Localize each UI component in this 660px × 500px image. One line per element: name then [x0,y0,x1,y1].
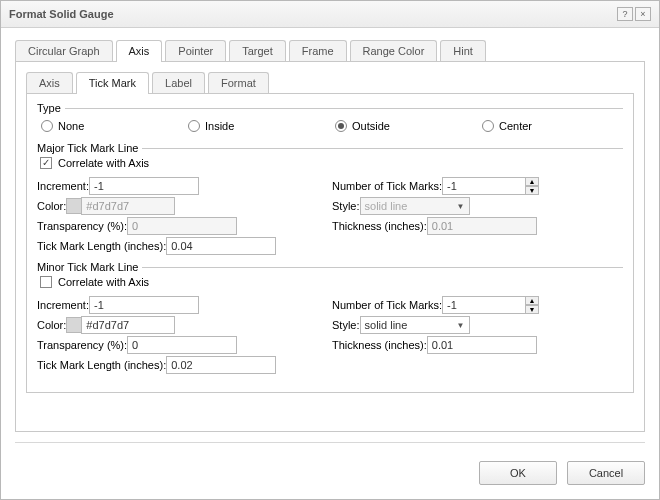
minor-transparency-input[interactable] [127,336,237,354]
spin-up-icon[interactable]: ▲ [525,296,539,305]
tab-range-color[interactable]: Range Color [350,40,438,61]
minor-transparency-label: Transparency (%): [37,339,127,351]
major-legend: Major Tick Mark Line [37,142,138,154]
major-color-swatch[interactable] [66,198,82,214]
ok-button[interactable]: OK [479,461,557,485]
minor-style-label: Style: [332,319,360,331]
major-nummarks-label: Number of Tick Marks: [332,180,442,192]
major-thickness-input [427,217,537,235]
minor-style-value: solid line [365,319,408,331]
radio-icon[interactable] [41,120,53,132]
type-group: Type NoneInsideOutsideCenter [37,102,623,136]
major-length-input[interactable] [166,237,276,255]
radio-icon[interactable] [188,120,200,132]
minor-thickness-label: Thickness (inches): [332,339,427,351]
major-increment-label: Increment: [37,180,89,192]
type-options: NoneInsideOutsideCenter [37,114,623,136]
minor-style-select[interactable]: solid line ▼ [360,316,470,334]
minor-thickness-input[interactable] [427,336,537,354]
minor-correlate-checkbox[interactable] [40,276,52,288]
minor-nummarks-label: Number of Tick Marks: [332,299,442,311]
axis-panel: AxisTick MarkLabelFormat Type NoneInside… [15,62,645,432]
major-style-select: solid line ▼ [360,197,470,215]
minor-nummarks-input[interactable] [442,296,526,314]
major-thickness-label: Thickness (inches): [332,220,427,232]
major-style-label: Style: [332,200,360,212]
content: Circular GraphAxisPointerTargetFrameRang… [1,28,659,451]
type-option-outside[interactable]: Outside [335,120,472,132]
subtab-format[interactable]: Format [208,72,269,93]
minor-color-input[interactable] [81,316,175,334]
major-transparency-input [127,217,237,235]
sub-tabs: AxisTick MarkLabelFormat [26,72,634,94]
major-correlate[interactable]: Correlate with Axis [37,154,623,175]
type-legend: Type [37,102,61,114]
type-option-label: Inside [205,120,234,132]
type-option-label: None [58,120,84,132]
tab-target[interactable]: Target [229,40,286,61]
spin-down-icon[interactable]: ▼ [525,305,539,314]
minor-correlate[interactable]: Correlate with Axis [37,273,623,294]
minor-increment-input[interactable] [89,296,199,314]
tick-mark-panel: Type NoneInsideOutsideCenter Major Tick … [26,94,634,393]
major-correlate-label: Correlate with Axis [58,157,149,169]
footer: OK Cancel [1,451,659,499]
major-color-input [81,197,175,215]
minor-length-label: Tick Mark Length (inches): [37,359,166,371]
minor-length-input[interactable] [166,356,276,374]
major-group: Major Tick Mark Line Correlate with Axis… [37,142,623,255]
minor-group: Minor Tick Mark Line Correlate with Axis… [37,261,623,374]
major-increment-input[interactable] [89,177,199,195]
tab-circular-graph[interactable]: Circular Graph [15,40,113,61]
major-nummarks-input[interactable] [442,177,526,195]
major-correlate-checkbox[interactable] [40,157,52,169]
radio-icon[interactable] [335,120,347,132]
subtab-label[interactable]: Label [152,72,205,93]
chevron-down-icon: ▼ [457,202,465,211]
type-option-label: Center [499,120,532,132]
major-style-value: solid line [365,200,408,212]
minor-color-swatch[interactable] [66,317,82,333]
close-button[interactable]: × [635,7,651,21]
type-option-inside[interactable]: Inside [188,120,325,132]
main-tabs: Circular GraphAxisPointerTargetFrameRang… [15,40,645,62]
spin-down-icon[interactable]: ▼ [525,186,539,195]
help-button[interactable]: ? [617,7,633,21]
minor-correlate-label: Correlate with Axis [58,276,149,288]
minor-legend: Minor Tick Mark Line [37,261,138,273]
tab-pointer[interactable]: Pointer [165,40,226,61]
window-title: Format Solid Gauge [9,8,615,20]
spin-up-icon[interactable]: ▲ [525,177,539,186]
minor-color-label: Color: [37,319,66,331]
major-length-label: Tick Mark Length (inches): [37,240,166,252]
type-option-none[interactable]: None [41,120,178,132]
subtab-tick-mark[interactable]: Tick Mark [76,72,149,93]
minor-increment-label: Increment: [37,299,89,311]
tab-frame[interactable]: Frame [289,40,347,61]
cancel-button[interactable]: Cancel [567,461,645,485]
tab-axis[interactable]: Axis [116,40,163,61]
subtab-axis[interactable]: Axis [26,72,73,93]
type-option-center[interactable]: Center [482,120,619,132]
major-color-label: Color: [37,200,66,212]
dialog: Format Solid Gauge ? × Circular GraphAxi… [0,0,660,500]
type-option-label: Outside [352,120,390,132]
titlebar: Format Solid Gauge ? × [1,1,659,28]
radio-icon[interactable] [482,120,494,132]
tab-hint[interactable]: Hint [440,40,486,61]
chevron-down-icon: ▼ [457,321,465,330]
major-transparency-label: Transparency (%): [37,220,127,232]
